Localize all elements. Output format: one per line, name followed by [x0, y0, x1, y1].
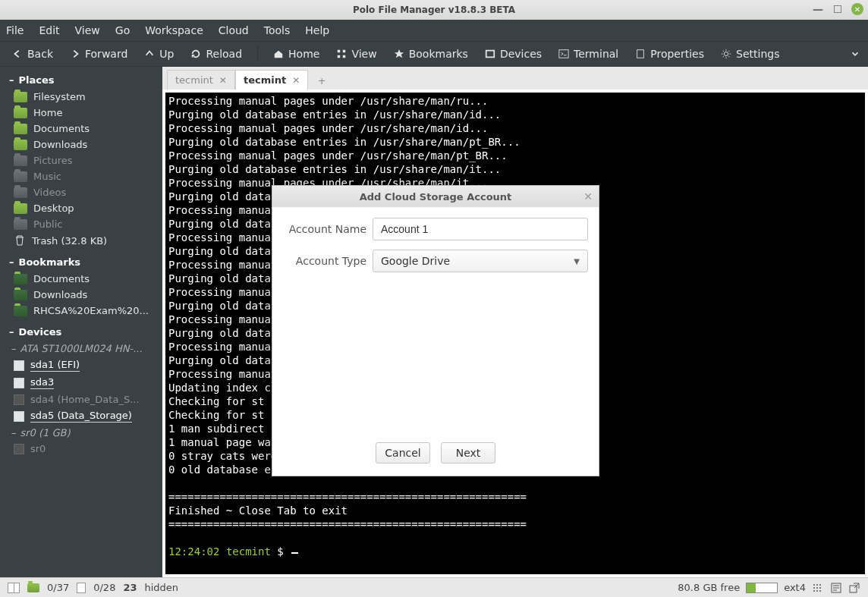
folder-icon	[14, 108, 27, 118]
settings-label: Settings	[736, 48, 779, 60]
close-tab-icon[interactable]: ✕	[219, 75, 227, 86]
new-tab-button[interactable]: +	[313, 71, 331, 90]
settings-button[interactable]: Settings	[716, 46, 784, 62]
bookmarks-header[interactable]: –Bookmarks	[3, 253, 159, 271]
pane-toggle-icon[interactable]	[8, 583, 20, 593]
sidebar-item[interactable]: Downloads	[3, 137, 159, 152]
svg-rect-4	[486, 51, 495, 58]
menu-view[interactable]: View	[75, 24, 100, 36]
svg-point-7	[724, 52, 728, 55]
menu-help[interactable]: Help	[305, 24, 329, 36]
arrow-up-icon	[144, 49, 155, 59]
bookmarks-button[interactable]: Bookmarks	[389, 46, 473, 62]
properties-label: Properties	[650, 48, 704, 60]
devices-button[interactable]: Devices	[480, 46, 546, 62]
svg-rect-3	[343, 55, 346, 58]
partition-label: sr0	[30, 443, 46, 454]
properties-button[interactable]: Properties	[631, 46, 709, 62]
free-space: 80.8 GB free	[678, 582, 740, 593]
filesystem-type: ext4	[784, 582, 806, 593]
separator	[257, 46, 258, 61]
back-button[interactable]: Back	[8, 46, 58, 62]
titlebar: Polo File Manager v18.8.3 BETA — ☐ ✕	[0, 0, 868, 20]
document-icon	[635, 49, 646, 59]
account-type-label: Account Type	[296, 255, 366, 267]
folder-icon	[14, 290, 27, 300]
close-tab-icon[interactable]: ✕	[292, 75, 300, 86]
reload-label: Reload	[206, 48, 242, 60]
up-button[interactable]: Up	[140, 46, 178, 62]
disk-icon	[14, 360, 24, 371]
partition-item[interactable]: sr0	[3, 441, 159, 457]
svg-rect-6	[637, 50, 644, 58]
devices-header[interactable]: –Devices	[3, 323, 159, 341]
folder-icon	[14, 124, 27, 134]
maximize-icon[interactable]: ☐	[832, 3, 844, 15]
svg-point-15	[816, 590, 818, 592]
places-header[interactable]: –Places	[3, 71, 159, 89]
popout-icon[interactable]	[848, 582, 860, 594]
tab[interactable]: tecmint✕	[167, 70, 235, 90]
toolbar: Back Forward Up Reload Home View Bookmar…	[0, 41, 868, 67]
sidebar-item[interactable]: Public	[3, 216, 159, 232]
forward-button[interactable]: Forward	[65, 46, 132, 62]
account-name-input[interactable]	[373, 218, 588, 240]
arrow-right-icon	[70, 49, 80, 59]
folder-icon	[14, 274, 27, 284]
dialog-close-icon[interactable]: ✕	[583, 190, 593, 203]
tab[interactable]: tecmint✕	[235, 70, 308, 90]
sidebar-item[interactable]: Home	[3, 105, 159, 121]
files-count: 0/28	[93, 582, 115, 593]
svg-point-13	[819, 587, 821, 589]
trash-item[interactable]: Trash (32.8 KB)	[3, 232, 159, 249]
sidebar-item-label: Home	[33, 107, 62, 118]
view-label: View	[351, 48, 376, 60]
home-button[interactable]: Home	[269, 46, 324, 62]
account-name-label: Account Name	[289, 223, 366, 235]
sidebar-item[interactable]: Music	[3, 168, 159, 184]
view-button[interactable]: View	[332, 46, 381, 62]
chevron-down-icon[interactable]	[850, 49, 860, 59]
drive-label[interactable]: –ATA ST1000LM024 HN-...	[3, 341, 159, 357]
svg-point-11	[813, 587, 815, 589]
cancel-button[interactable]: Cancel	[376, 442, 430, 463]
menu-cloud[interactable]: Cloud	[219, 24, 249, 36]
menu-go[interactable]: Go	[115, 24, 130, 36]
select-value: Google Drive	[381, 255, 450, 267]
account-type-select[interactable]: Google Drive ▼	[373, 250, 588, 272]
close-icon[interactable]: ✕	[851, 3, 863, 15]
partition-item[interactable]: sda5 (Data_Storage)	[3, 407, 159, 425]
gear-icon	[721, 49, 731, 59]
sidebar-item[interactable]: Filesystem	[3, 89, 159, 105]
svg-point-14	[813, 590, 815, 592]
menu-file[interactable]: File	[6, 24, 24, 36]
log-icon[interactable]	[830, 582, 842, 594]
sidebar-item-label: Videos	[33, 187, 66, 198]
next-button[interactable]: Next	[441, 442, 495, 463]
partition-item[interactable]: sda4 (Home_Data_S...	[3, 391, 159, 407]
sidebar-bookmark[interactable]: Downloads	[3, 287, 159, 303]
sidebar-bookmark[interactable]: RHCSA%20Exam%20...	[3, 303, 159, 319]
window-title: Polo File Manager v18.8.3 BETA	[353, 5, 515, 15]
partition-item[interactable]: sda3	[3, 374, 159, 391]
folder-icon	[14, 140, 27, 150]
drive-label[interactable]: –sr0 (1 GB)	[3, 425, 159, 441]
folder-icon	[14, 306, 27, 316]
terminal-icon	[558, 49, 569, 59]
sidebar-item[interactable]: Pictures	[3, 152, 159, 168]
menu-tools[interactable]: Tools	[264, 24, 291, 36]
sidebar-item[interactable]: Videos	[3, 184, 159, 200]
sidebar-item[interactable]: Desktop	[3, 200, 159, 216]
partition-item[interactable]: sda1 (EFI)	[3, 357, 159, 374]
terminal-label: Terminal	[574, 48, 618, 60]
minimize-icon[interactable]: —	[812, 3, 824, 15]
sidebar-item[interactable]: Documents	[3, 121, 159, 137]
sidebar-bookmark[interactable]: Documents	[3, 271, 159, 287]
keyboard-icon[interactable]	[812, 582, 824, 594]
menu-edit[interactable]: Edit	[39, 24, 59, 36]
partition-label: sda3	[30, 376, 54, 389]
menu-workspace[interactable]: Workspace	[145, 24, 203, 36]
statusbar: 0/37 0/28 23 hidden 80.8 GB free ext4	[0, 577, 868, 597]
reload-button[interactable]: Reload	[186, 46, 247, 62]
terminal-button[interactable]: Terminal	[554, 46, 623, 62]
